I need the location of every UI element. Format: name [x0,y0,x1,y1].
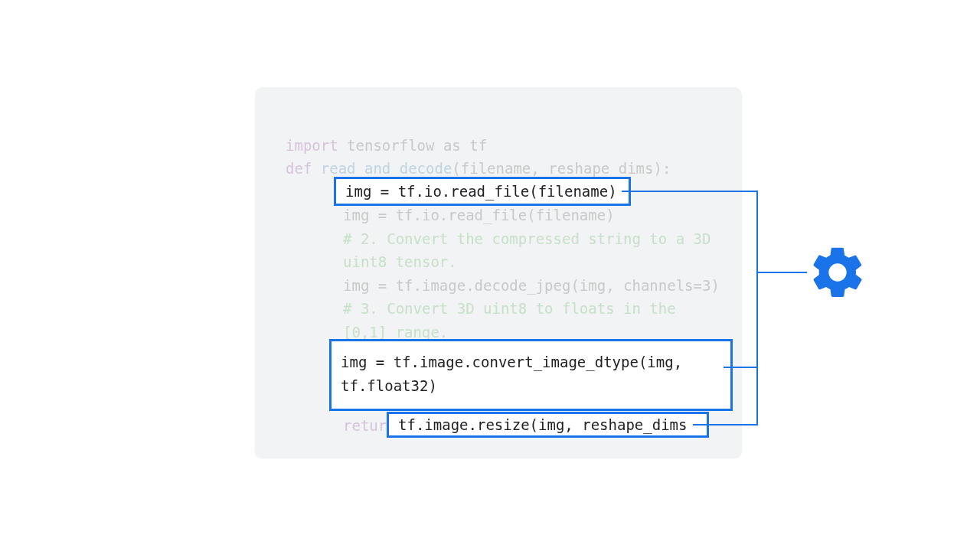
highlight-text: img = tf.io.read_file(filename) [345,180,617,204]
connector-bus [756,191,758,424]
function-name: read_and_decode [312,160,452,177]
code-text: tensorflow as tf [338,137,487,154]
gear-icon [807,242,868,303]
highlight-convert-dtype: img = tf.image.convert_image_dtype(img, … [329,339,733,411]
keyword-import: import [286,137,338,154]
highlight-text: img = tf.image.convert_image_dtype(img, … [341,350,721,397]
connector-branch-2 [724,367,758,368]
code-comment: # 3. Convert 3D uint8 to floats in the [… [343,300,676,341]
connector-to-gear [756,272,807,273]
highlight-text: tf.image.resize(img, reshape_dims [398,413,688,437]
code-comment: # 2. Convert the compressed string to a … [343,230,710,271]
code-text: img = tf.io.read_file(filename) [343,207,615,223]
connector-branch-1 [622,191,758,192]
highlight-read-file: img = tf.io.read_file(filename) [334,177,631,206]
highlight-resize: tf.image.resize(img, reshape_dims [387,412,709,438]
code-text: (filename, reshape_dims): [452,160,671,177]
keyword-def: def [286,160,312,177]
code-text: img = tf.image.decode_jpeg(img, channels… [343,277,720,294]
connector-branch-3 [693,424,758,425]
